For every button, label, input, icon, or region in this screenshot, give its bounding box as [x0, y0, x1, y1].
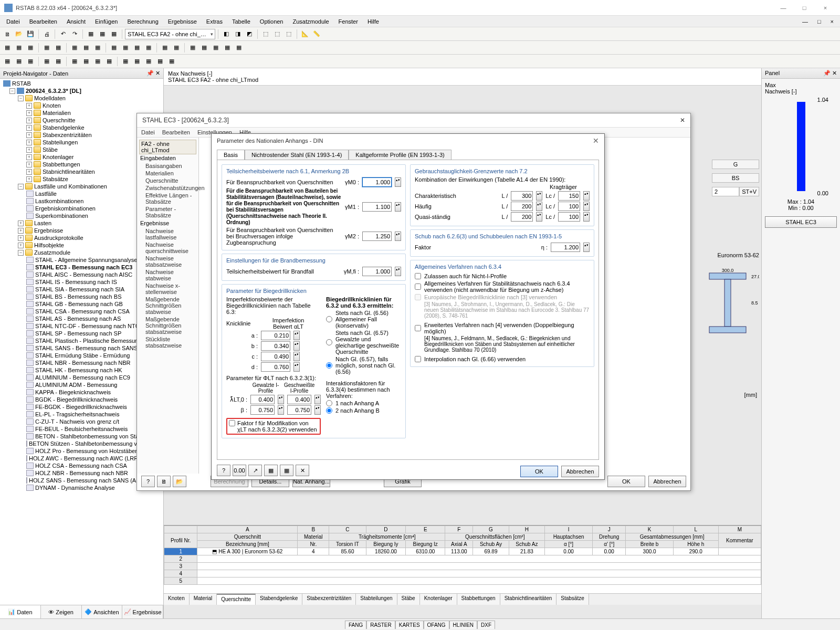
- tool-icon[interactable]: ▦: [2, 56, 13, 67]
- btab[interactable]: Stabbettungen: [457, 594, 500, 605]
- tree-item[interactable]: Knoten: [43, 102, 61, 109]
- tool-icon[interactable]: ▦: [2, 43, 13, 53]
- btab[interactable]: Stabendgelenke: [256, 594, 302, 605]
- tool-icon[interactable]: ▦: [143, 56, 154, 67]
- tool-icon[interactable]: ▦: [120, 43, 131, 53]
- spinner-icon[interactable]: ▴▾: [395, 177, 401, 187]
- tab-nichtrostender[interactable]: Nichtrostender Stahl (EN 1993-1-4): [245, 150, 349, 160]
- tool-icon[interactable]: ▦: [109, 43, 119, 53]
- tool-icon[interactable]: ▦: [109, 29, 119, 39]
- tree-item[interactable]: Stabnichtlinearitäten: [43, 169, 95, 175]
- gamma-m0-field[interactable]: [362, 177, 392, 187]
- tree-item[interactable]: DYNAM - Dynamische Analyse: [35, 485, 115, 491]
- tool-icon[interactable]: ▦: [132, 56, 142, 67]
- mdi-close[interactable]: ×: [826, 17, 838, 26]
- export-icon[interactable]: 🗎: [157, 476, 171, 487]
- tool-icon[interactable]: ▦: [97, 29, 108, 39]
- menu-berechnung[interactable]: Berechnung: [123, 17, 162, 26]
- tree-item[interactable]: BGDK - Biegedrillknicknachweis: [35, 396, 118, 403]
- status-tab[interactable]: OFANG: [424, 621, 449, 629]
- maximize-button[interactable]: □: [794, 1, 815, 15]
- tree-item[interactable]: Ergebnisse: [34, 227, 63, 234]
- tree-item[interactable]: STAHL - Allgemeine Spannungsanalyse: [35, 257, 137, 263]
- status-tab[interactable]: KARTES: [395, 621, 424, 629]
- tree-item[interactable]: C-ZU-T - Nachweis von grenz c/t: [35, 418, 119, 425]
- tool-icon[interactable]: ▦: [41, 43, 52, 53]
- menu-ansicht[interactable]: Ansicht: [62, 17, 90, 26]
- nav-tab-ergebnisse[interactable]: 📈Ergebnisse: [122, 605, 163, 618]
- btab[interactable]: Stabsätze: [556, 594, 589, 605]
- nav-tab-ansichten[interactable]: 🔷Ansichten: [82, 605, 123, 618]
- tool-icon[interactable]: ▦: [211, 43, 221, 53]
- tree-item[interactable]: Materialien: [43, 110, 71, 116]
- tool-icon[interactable]: ▦: [53, 56, 64, 67]
- btab[interactable]: Material: [190, 594, 217, 605]
- tree-item[interactable]: STAHL Plastisch - Plastische Bemessung: [35, 338, 141, 344]
- nav-tab-daten[interactable]: 📊Daten: [0, 605, 41, 618]
- tool-icon[interactable]: ▦: [171, 43, 182, 53]
- nav-tab-zeigen[interactable]: 👁Zeigen: [41, 605, 82, 618]
- tree-item[interactable]: STAHL HK - Bemessung nach HK: [35, 367, 122, 373]
- tree-item[interactable]: STAHL NBR - Bemessung nach NBR: [35, 360, 131, 366]
- cancel-button[interactable]: Abbrechen: [561, 466, 599, 477]
- tool-icon[interactable]: ▦: [222, 43, 233, 53]
- menu-datei[interactable]: Datei: [2, 17, 24, 26]
- status-tab[interactable]: HLINIEN: [449, 621, 477, 629]
- tool-icon[interactable]: ⬚: [272, 29, 282, 39]
- tool-icon[interactable]: ▦: [25, 56, 36, 67]
- tree-item[interactable]: STAHL SP - Bemessung nach SP: [35, 330, 121, 337]
- folder-icon[interactable]: 📂: [173, 476, 186, 487]
- tool-icon[interactable]: 📐: [300, 29, 310, 39]
- tool-icon[interactable]: ▦: [92, 56, 103, 67]
- num-icon[interactable]: 0.00: [233, 465, 246, 476]
- tool-icon[interactable]: ▦: [81, 43, 91, 53]
- tree-item[interactable]: Stabteilungen: [43, 139, 78, 145]
- tree-item[interactable]: ALUMINIUM ADM - Bemessung: [35, 382, 117, 388]
- ok-button[interactable]: OK: [520, 466, 558, 477]
- btab[interactable]: Stäbe: [397, 594, 420, 605]
- tool-icon[interactable]: ▦: [166, 56, 177, 67]
- tool-icon[interactable]: ◨: [233, 29, 243, 39]
- tool-icon[interactable]: ▦: [14, 43, 24, 53]
- tree-item[interactable]: ALUMINIUM - Bemessung nach EC9: [35, 374, 130, 381]
- tree-item[interactable]: Querschnitte: [43, 117, 75, 123]
- tool-icon[interactable]: ▦: [81, 56, 91, 67]
- tool-icon[interactable]: ▦: [155, 56, 165, 67]
- minimize-button[interactable]: —: [773, 1, 794, 15]
- close-button[interactable]: ×: [815, 1, 836, 15]
- mdi-max[interactable]: □: [813, 17, 825, 26]
- btab[interactable]: Stabteilungen: [356, 594, 397, 605]
- menu-fenster[interactable]: Fenster: [334, 17, 362, 26]
- tree-item[interactable]: STAHL NTC-DF - Bemessung nach NTC: [35, 323, 140, 329]
- delete-icon[interactable]: ✕: [296, 465, 309, 476]
- menu-ergebnisse[interactable]: Ergebnisse: [164, 17, 201, 26]
- menu-zusatzmodule[interactable]: Zusatzmodule: [289, 17, 333, 26]
- status-tab[interactable]: FANG: [345, 621, 366, 629]
- tree-item[interactable]: HOLZ CSA - Bemessung nach CSA: [35, 463, 127, 469]
- cross-section-grid[interactable]: ABCDEFGHIJKLM Profil Nr.QuerschnittMater…: [164, 525, 761, 593]
- undo-icon[interactable]: ↶: [58, 29, 68, 39]
- menu-hilfe[interactable]: Hilfe: [363, 17, 383, 26]
- d1-ok-button[interactable]: OK: [607, 476, 645, 487]
- menu-optionen[interactable]: Optionen: [256, 17, 288, 26]
- tool-icon[interactable]: ▦: [132, 43, 142, 53]
- tree-item[interactable]: Lasten: [34, 220, 51, 226]
- tree-item[interactable]: STAHL IS - Bemessung nach IS: [35, 279, 117, 285]
- tree-item[interactable]: Hilfsobjekte: [34, 242, 64, 248]
- tree-item[interactable]: Lastkombinationen: [35, 198, 83, 204]
- dialog-close-icon[interactable]: ✕: [680, 117, 685, 124]
- tree-item[interactable]: Stabsätze: [43, 176, 68, 182]
- status-tab[interactable]: DXF: [477, 621, 495, 629]
- d1-cancel-button[interactable]: Abbrechen: [648, 476, 686, 487]
- tree-item[interactable]: BETON - Stahlbetonbemessung von Stäben: [35, 433, 149, 439]
- tree-item[interactable]: STAHL CSA - Bemessung nach CSA: [35, 308, 130, 314]
- tab-kaltgeformte[interactable]: Kaltgeformte Profile (EN 1993-1-3): [349, 150, 451, 160]
- tree-item[interactable]: STAHL EC3 - Bemessung nach EC3: [35, 264, 132, 270]
- tree-item[interactable]: Stabbettungen: [43, 161, 80, 167]
- redo-icon[interactable]: ↷: [69, 29, 80, 39]
- status-tab[interactable]: RASTER: [366, 621, 395, 629]
- save-icon[interactable]: 💾: [25, 29, 36, 39]
- btab[interactable]: Querschnitte: [217, 594, 256, 605]
- tool-icon[interactable]: ◧: [221, 29, 232, 39]
- tool-icon[interactable]: ↗: [248, 465, 262, 476]
